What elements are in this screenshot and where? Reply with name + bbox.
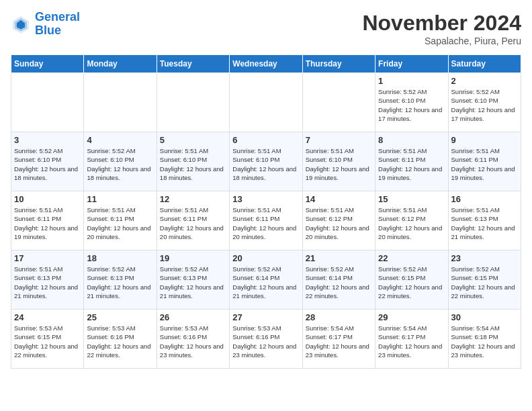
day-info: Sunrise: 5:52 AM Sunset: 6:14 PM Dayligh… <box>306 265 372 300</box>
day-cell <box>84 73 157 132</box>
calendar-table: SundayMondayTuesdayWednesdayThursdayFrid… <box>11 54 521 369</box>
day-cell: 15Sunrise: 5:51 AM Sunset: 6:12 PM Dayli… <box>375 191 448 250</box>
day-cell: 14Sunrise: 5:51 AM Sunset: 6:12 PM Dayli… <box>302 191 375 250</box>
day-info: Sunrise: 5:53 AM Sunset: 6:15 PM Dayligh… <box>14 324 81 359</box>
day-number: 6 <box>232 135 299 145</box>
day-info: Sunrise: 5:53 AM Sunset: 6:16 PM Dayligh… <box>160 324 226 359</box>
day-number: 28 <box>306 312 372 322</box>
day-cell: 7Sunrise: 5:51 AM Sunset: 6:10 PM Daylig… <box>302 132 375 191</box>
day-info: Sunrise: 5:54 AM Sunset: 6:18 PM Dayligh… <box>451 324 518 359</box>
day-number: 2 <box>451 76 518 86</box>
day-cell <box>157 73 229 132</box>
week-row-2: 3Sunrise: 5:52 AM Sunset: 6:10 PM Daylig… <box>11 132 521 191</box>
day-number: 5 <box>160 135 226 145</box>
calendar-body: 1Sunrise: 5:52 AM Sunset: 6:10 PM Daylig… <box>11 73 521 369</box>
day-cell: 6Sunrise: 5:51 AM Sunset: 6:10 PM Daylig… <box>230 132 302 191</box>
day-number: 11 <box>87 194 153 204</box>
day-info: Sunrise: 5:52 AM Sunset: 6:13 PM Dayligh… <box>87 265 153 300</box>
day-info: Sunrise: 5:51 AM Sunset: 6:11 PM Dayligh… <box>378 146 445 182</box>
day-cell: 13Sunrise: 5:51 AM Sunset: 6:11 PM Dayli… <box>230 191 302 250</box>
day-number: 26 <box>160 312 226 322</box>
day-info: Sunrise: 5:52 AM Sunset: 6:10 PM Dayligh… <box>87 146 153 182</box>
day-number: 1 <box>378 76 445 86</box>
week-row-4: 17Sunrise: 5:51 AM Sunset: 6:13 PM Dayli… <box>11 250 521 310</box>
day-number: 23 <box>451 253 518 263</box>
day-cell: 23Sunrise: 5:52 AM Sunset: 6:15 PM Dayli… <box>448 250 521 310</box>
day-info: Sunrise: 5:51 AM Sunset: 6:11 PM Dayligh… <box>160 205 226 241</box>
day-cell: 25Sunrise: 5:53 AM Sunset: 6:16 PM Dayli… <box>84 310 157 369</box>
day-info: Sunrise: 5:52 AM Sunset: 6:10 PM Dayligh… <box>378 87 445 123</box>
header-cell-monday: Monday <box>84 55 157 73</box>
day-cell: 29Sunrise: 5:54 AM Sunset: 6:17 PM Dayli… <box>375 310 448 369</box>
day-info: Sunrise: 5:54 AM Sunset: 6:17 PM Dayligh… <box>306 324 372 359</box>
day-cell: 11Sunrise: 5:51 AM Sunset: 6:11 PM Dayli… <box>84 191 157 250</box>
day-cell: 27Sunrise: 5:53 AM Sunset: 6:16 PM Dayli… <box>230 310 302 369</box>
header-cell-sunday: Sunday <box>11 55 84 73</box>
day-number: 22 <box>378 253 445 263</box>
day-info: Sunrise: 5:51 AM Sunset: 6:10 PM Dayligh… <box>160 146 226 182</box>
logo-line1: General <box>35 10 80 24</box>
location-subtitle: Sapalache, Piura, Peru <box>362 36 521 46</box>
day-info: Sunrise: 5:51 AM Sunset: 6:11 PM Dayligh… <box>232 205 299 241</box>
day-cell: 26Sunrise: 5:53 AM Sunset: 6:16 PM Dayli… <box>157 310 229 369</box>
day-number: 9 <box>451 135 518 145</box>
day-number: 3 <box>14 135 81 145</box>
day-info: Sunrise: 5:53 AM Sunset: 6:16 PM Dayligh… <box>87 324 153 359</box>
day-cell: 20Sunrise: 5:52 AM Sunset: 6:14 PM Dayli… <box>230 250 302 310</box>
logo-text: General Blue <box>35 11 80 38</box>
day-number: 29 <box>378 312 445 322</box>
header-cell-thursday: Thursday <box>302 55 375 73</box>
page-header: General Blue November 2024 Sapalache, Pi… <box>11 11 521 46</box>
day-info: Sunrise: 5:51 AM Sunset: 6:11 PM Dayligh… <box>14 205 81 241</box>
day-cell: 16Sunrise: 5:51 AM Sunset: 6:13 PM Dayli… <box>448 191 521 250</box>
day-number: 24 <box>14 312 81 322</box>
logo: General Blue <box>11 11 80 38</box>
week-row-3: 10Sunrise: 5:51 AM Sunset: 6:11 PM Dayli… <box>11 191 521 250</box>
day-info: Sunrise: 5:51 AM Sunset: 6:11 PM Dayligh… <box>451 146 518 182</box>
day-info: Sunrise: 5:52 AM Sunset: 6:10 PM Dayligh… <box>14 146 81 182</box>
day-number: 19 <box>160 253 226 263</box>
logo-icon <box>11 14 31 34</box>
day-cell: 8Sunrise: 5:51 AM Sunset: 6:11 PM Daylig… <box>375 132 448 191</box>
header-cell-friday: Friday <box>375 55 448 73</box>
day-cell: 30Sunrise: 5:54 AM Sunset: 6:18 PM Dayli… <box>448 310 521 369</box>
header-cell-tuesday: Tuesday <box>157 55 229 73</box>
day-info: Sunrise: 5:52 AM Sunset: 6:13 PM Dayligh… <box>160 265 226 300</box>
day-cell: 22Sunrise: 5:52 AM Sunset: 6:15 PM Dayli… <box>375 250 448 310</box>
day-number: 12 <box>160 194 226 204</box>
day-cell: 1Sunrise: 5:52 AM Sunset: 6:10 PM Daylig… <box>375 73 448 132</box>
header-row: SundayMondayTuesdayWednesdayThursdayFrid… <box>11 55 521 73</box>
day-cell: 18Sunrise: 5:52 AM Sunset: 6:13 PM Dayli… <box>84 250 157 310</box>
day-cell <box>302 73 375 132</box>
day-number: 20 <box>232 253 299 263</box>
logo-line2: Blue <box>35 24 61 37</box>
day-number: 18 <box>87 253 153 263</box>
day-number: 21 <box>306 253 372 263</box>
day-cell: 12Sunrise: 5:51 AM Sunset: 6:11 PM Dayli… <box>157 191 229 250</box>
day-number: 17 <box>14 253 81 263</box>
day-cell: 24Sunrise: 5:53 AM Sunset: 6:15 PM Dayli… <box>11 310 84 369</box>
day-cell: 19Sunrise: 5:52 AM Sunset: 6:13 PM Dayli… <box>157 250 229 310</box>
day-cell <box>230 73 302 132</box>
day-number: 10 <box>14 194 81 204</box>
day-number: 14 <box>306 194 372 204</box>
day-number: 15 <box>378 194 445 204</box>
day-number: 7 <box>306 135 372 145</box>
day-info: Sunrise: 5:54 AM Sunset: 6:17 PM Dayligh… <box>378 324 445 359</box>
day-info: Sunrise: 5:51 AM Sunset: 6:13 PM Dayligh… <box>14 265 81 300</box>
day-info: Sunrise: 5:53 AM Sunset: 6:16 PM Dayligh… <box>232 324 299 359</box>
day-cell: 2Sunrise: 5:52 AM Sunset: 6:10 PM Daylig… <box>448 73 521 132</box>
week-row-1: 1Sunrise: 5:52 AM Sunset: 6:10 PM Daylig… <box>11 73 521 132</box>
day-info: Sunrise: 5:52 AM Sunset: 6:15 PM Dayligh… <box>451 265 518 300</box>
day-number: 4 <box>87 135 153 145</box>
day-info: Sunrise: 5:52 AM Sunset: 6:10 PM Dayligh… <box>451 87 518 123</box>
day-info: Sunrise: 5:51 AM Sunset: 6:10 PM Dayligh… <box>232 146 299 182</box>
day-cell: 5Sunrise: 5:51 AM Sunset: 6:10 PM Daylig… <box>157 132 229 191</box>
day-cell: 17Sunrise: 5:51 AM Sunset: 6:13 PM Dayli… <box>11 250 84 310</box>
day-info: Sunrise: 5:52 AM Sunset: 6:15 PM Dayligh… <box>378 265 445 300</box>
day-info: Sunrise: 5:51 AM Sunset: 6:10 PM Dayligh… <box>306 146 372 182</box>
day-number: 16 <box>451 194 518 204</box>
day-cell <box>11 73 84 132</box>
day-info: Sunrise: 5:51 AM Sunset: 6:13 PM Dayligh… <box>451 205 518 241</box>
day-cell: 10Sunrise: 5:51 AM Sunset: 6:11 PM Dayli… <box>11 191 84 250</box>
